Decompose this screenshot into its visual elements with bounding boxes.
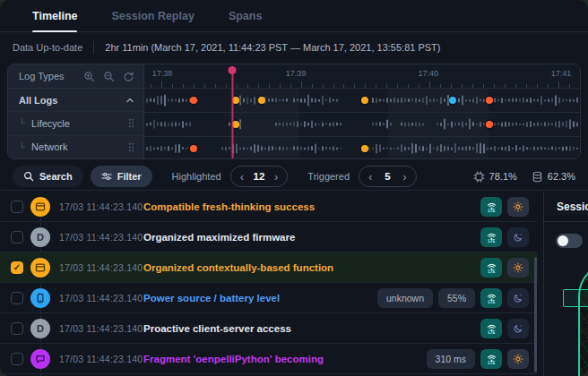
event-dot[interactable] xyxy=(449,97,456,104)
moon-mode-button[interactable] xyxy=(507,227,529,247)
waveform-bar xyxy=(576,147,578,150)
waveform-bar xyxy=(336,122,338,126)
waveform-bar xyxy=(329,122,331,125)
log-row[interactable]: D17/03 11:44:23.140Organized maximized f… xyxy=(0,222,538,252)
log-row[interactable]: 17/03 11:44:23.140Compatible fresh-think… xyxy=(0,192,538,222)
waveform-bar xyxy=(440,122,442,125)
network-lte-button[interactable]: LTE xyxy=(480,197,502,217)
waveform-bar xyxy=(411,98,413,102)
waveform-bar xyxy=(186,122,187,126)
log-message[interactable]: Proactive client-server access xyxy=(143,323,291,334)
waveform-bar xyxy=(178,143,180,152)
log-type-all-logs[interactable]: All Logs xyxy=(8,89,143,112)
network-lte-button[interactable]: LTE xyxy=(480,227,502,247)
waveform-row-lifecycle[interactable] xyxy=(144,112,580,135)
log-message[interactable]: Power source / battery level xyxy=(143,293,280,303)
session-toggle[interactable] xyxy=(556,234,583,248)
row-checkbox[interactable] xyxy=(11,322,23,335)
log-message[interactable]: Organized maximized firmware xyxy=(143,232,295,243)
log-type-network[interactable]: └ Network xyxy=(8,136,143,158)
waveform-bar xyxy=(325,123,327,126)
waveform-row-network[interactable] xyxy=(144,136,580,159)
scrollbar[interactable] xyxy=(534,257,537,372)
log-row[interactable]: D17/03 11:44:23.140Proactive client-serv… xyxy=(0,313,538,344)
map-viewport-box[interactable] xyxy=(563,289,588,307)
log-timestamp: 17/03 11:44:23.140 xyxy=(59,293,143,303)
waveform-row-all-logs[interactable] xyxy=(144,89,580,112)
drag-handle-icon[interactable] xyxy=(128,118,134,128)
sun-mode-button[interactable] xyxy=(507,349,529,369)
tab-timeline[interactable]: Timeline xyxy=(32,0,77,31)
row-checkbox[interactable] xyxy=(11,231,23,244)
timeline-track-area[interactable]: 17:3817:3917:4017:41 xyxy=(144,64,580,158)
waveform-bar xyxy=(393,147,395,150)
moon-mode-button[interactable] xyxy=(507,288,529,308)
sun-mode-button[interactable] xyxy=(507,197,529,217)
event-dot[interactable] xyxy=(486,121,493,128)
waveform-bar xyxy=(333,98,334,101)
chevron-up-icon[interactable] xyxy=(125,96,134,105)
event-dot[interactable] xyxy=(361,97,368,104)
waveform-bar xyxy=(236,143,238,153)
waveform-bar xyxy=(275,122,277,126)
waveform-bar xyxy=(329,147,331,150)
network-lte-button[interactable]: LTE xyxy=(480,288,502,308)
divider xyxy=(93,41,94,54)
tab-session-replay[interactable]: Session Replay xyxy=(111,0,194,31)
waveform-bar xyxy=(282,146,284,150)
waveform-bar xyxy=(246,147,248,150)
network-lte-button[interactable]: LTE xyxy=(480,258,502,278)
waveform-bar xyxy=(490,147,492,150)
row-checkbox[interactable] xyxy=(11,201,23,213)
zoom-in-icon[interactable] xyxy=(83,71,95,82)
log-message[interactable]: Organized contextually-based function xyxy=(143,262,333,273)
triggered-next-button[interactable]: › xyxy=(402,171,406,183)
search-button[interactable]: Search xyxy=(13,166,83,187)
waveform-bar xyxy=(419,146,420,151)
tree-branch-icon: └ xyxy=(19,142,25,152)
highlighted-next-button[interactable]: › xyxy=(274,171,278,183)
timeline-ruler[interactable]: 17:3817:3917:4017:41 xyxy=(144,64,580,89)
waveform-bar xyxy=(573,121,575,128)
ruler-tick xyxy=(258,84,259,88)
row-checkbox[interactable]: ✓ xyxy=(11,261,23,274)
waveform-bar xyxy=(558,120,560,127)
network-lte-button[interactable]: LTE xyxy=(480,349,502,369)
event-dot[interactable] xyxy=(190,145,197,152)
tab-spans[interactable]: Spans xyxy=(229,0,263,31)
sun-mode-button[interactable] xyxy=(507,258,529,278)
waveform-bar xyxy=(548,147,549,150)
app-window-icon xyxy=(30,258,50,278)
highlighted-prev-button[interactable]: ‹ xyxy=(240,171,244,183)
log-type-lifecycle[interactable]: └ Lifecycle xyxy=(8,112,143,135)
waveform-bar xyxy=(257,144,259,152)
network-lte-button[interactable]: LTE xyxy=(480,319,502,338)
log-row[interactable]: 17/03 11:44:23.140Power source / battery… xyxy=(0,283,538,313)
refresh-icon[interactable] xyxy=(123,71,134,82)
log-message[interactable]: Fragment 'oenpelliPython' becoming xyxy=(143,354,324,364)
log-row[interactable]: ✓17/03 11:44:23.140Organized contextuall… xyxy=(0,252,538,283)
event-dot[interactable] xyxy=(258,97,265,104)
device-preview[interactable] xyxy=(578,263,588,376)
waveform-bar xyxy=(168,145,169,150)
ruler-tick xyxy=(429,81,430,88)
network-label: Network xyxy=(31,141,67,152)
waveform-bar xyxy=(307,95,309,107)
log-row[interactable]: 17/03 11:44:23.140Fragment 'oenpelliPyth… xyxy=(0,344,538,374)
waveform-bar xyxy=(390,122,392,126)
row-checkbox[interactable] xyxy=(11,353,23,365)
playhead[interactable] xyxy=(228,66,236,158)
triggered-prev-button[interactable]: ‹ xyxy=(368,171,372,183)
event-dot[interactable] xyxy=(486,97,493,104)
event-dot[interactable] xyxy=(361,145,368,152)
row-checkbox[interactable] xyxy=(11,292,23,304)
drag-handle-icon[interactable] xyxy=(128,142,134,152)
event-dot[interactable] xyxy=(190,97,197,104)
waveform-bar xyxy=(426,146,428,150)
waveform-bar xyxy=(537,98,539,102)
waveform-bar xyxy=(336,98,338,102)
moon-mode-button[interactable] xyxy=(507,319,529,338)
zoom-out-icon[interactable] xyxy=(103,71,115,82)
log-message[interactable]: Compatible fresh-thinking success xyxy=(143,201,315,212)
filter-button[interactable]: Filter xyxy=(91,166,152,187)
